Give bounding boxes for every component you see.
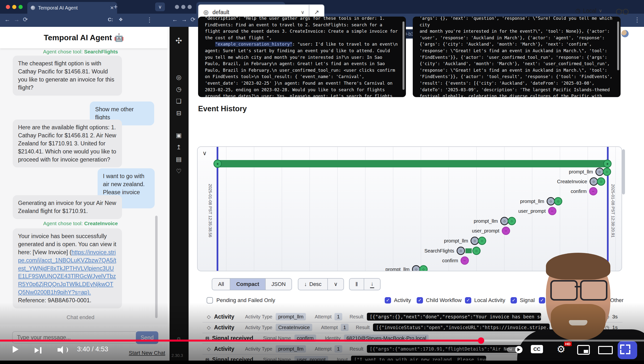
timeline-row-signal[interactable]: user_prompt•• bbox=[472, 227, 510, 235]
profile-avatar[interactable] bbox=[621, 30, 629, 37]
temporal-logo-icon[interactable]: ✣ bbox=[170, 36, 188, 46]
view-json-tab[interactable]: JSON bbox=[266, 278, 292, 290]
favicon bbox=[31, 6, 35, 10]
labs-icon[interactable]: ▤ bbox=[170, 156, 188, 163]
workflow-execution-bar[interactable] bbox=[218, 160, 608, 167]
chat-header: Temporal AI Agent 🤖 bbox=[0, 27, 168, 48]
left-tabbar: Temporal AI Agent × + ∨ bbox=[0, 0, 168, 14]
extension-c-icon[interactable]: C: bbox=[108, 17, 113, 22]
progress-playhead[interactable] bbox=[478, 338, 484, 344]
zoom-window-button[interactable] bbox=[18, 5, 23, 9]
forward-icon[interactable]: → bbox=[14, 16, 20, 22]
next-button[interactable] bbox=[35, 347, 43, 354]
activity-scheduled-marker: ◇ bbox=[500, 217, 508, 225]
timeline-row-activity[interactable]: prompt_llm◇◇ bbox=[386, 265, 428, 271]
back-icon[interactable]: ← bbox=[172, 16, 178, 22]
schedules-icon[interactable]: ◷ bbox=[170, 86, 188, 93]
activity-completed-marker: ◇ bbox=[472, 247, 480, 255]
clock-icon: ◷ bbox=[576, 7, 580, 14]
activity-duration-bar bbox=[466, 248, 472, 253]
timezone-value: Local bbox=[583, 8, 596, 14]
input-json-panel[interactable]: "description": "Help the user gather arg… bbox=[198, 16, 406, 97]
fullscreen-button[interactable] bbox=[620, 344, 630, 354]
minimize-window-button[interactable] bbox=[181, 5, 186, 9]
theater-mode-button[interactable] bbox=[598, 346, 613, 354]
play-button[interactable] bbox=[13, 346, 18, 353]
timeline-row-activity[interactable]: prompt_llm◇◇ bbox=[569, 168, 611, 176]
webcam-glasses-right-lens bbox=[580, 280, 608, 300]
volume-icon[interactable] bbox=[58, 346, 68, 354]
activity-scheduled-marker: ◇ bbox=[547, 197, 555, 206]
namespaces-icon[interactable]: ◎ bbox=[170, 74, 188, 81]
timeline-row-activity[interactable]: prompt_llm◇◇ bbox=[520, 197, 562, 206]
invoice-link[interactable]: https://invoice.stripe.com/i/acct_1NBOLu… bbox=[18, 249, 116, 296]
timeline-row-activity[interactable]: prompt_llm◇◇ bbox=[474, 217, 516, 225]
page-scrollbar[interactable] bbox=[622, 149, 625, 194]
feedback-heart-icon[interactable]: ♡ bbox=[170, 168, 188, 175]
forward-icon[interactable]: → bbox=[181, 16, 187, 22]
signal-marker: •• bbox=[460, 256, 469, 265]
workflow-end-marker[interactable]: ◈ bbox=[603, 160, 612, 168]
workflow-start-marker[interactable]: ◈ bbox=[214, 160, 222, 168]
reload-icon[interactable]: ⟳ bbox=[190, 16, 196, 22]
sort-desc-button[interactable]: ↓Desc bbox=[298, 278, 327, 290]
timezone-select[interactable]: ◷ Local ∨ bbox=[576, 7, 602, 14]
activity-completed-marker: ◇ bbox=[603, 168, 611, 176]
result-json-panel[interactable]: 'args': {}, 'next': 'question', 'respons… bbox=[413, 16, 620, 97]
activity-scheduled-marker: ◇ bbox=[457, 247, 465, 255]
sort-options-chevron[interactable]: ∨ bbox=[328, 278, 344, 290]
code-scrollbar[interactable] bbox=[617, 22, 619, 70]
reader-glasses-icon[interactable] bbox=[616, 8, 628, 14]
activity-completed-marker: ◇ bbox=[554, 197, 562, 206]
webcam-glasses-bridge bbox=[575, 286, 580, 288]
code-highlight-token: "example_conversation_history" bbox=[215, 42, 292, 46]
reload-icon[interactable]: ⟳ bbox=[23, 16, 28, 22]
webcam-glasses-left-lens bbox=[550, 280, 578, 300]
screen: Temporal AI Agent × + ∨ ← → ⟳ ⓘ localhos… bbox=[0, 0, 644, 364]
tool-label-createinvoice: Agent chose tool: CreateInvoice bbox=[0, 220, 161, 226]
player-progress-bar[interactable] bbox=[0, 340, 644, 342]
minimize-window-button[interactable] bbox=[12, 5, 16, 9]
back-icon[interactable]: ← bbox=[4, 16, 10, 22]
bot-message: Here are the available flight options: 1… bbox=[13, 120, 122, 167]
pause-button[interactable]: ‖ bbox=[350, 278, 364, 290]
view-mode-switcher: All Compact JSON bbox=[212, 278, 292, 290]
timeline-row-activity[interactable]: CreateInvoice◇◇ bbox=[557, 177, 605, 186]
extensions-puzzle-icon[interactable]: ❖ bbox=[118, 17, 123, 22]
stack-icon[interactable]: ❏ bbox=[170, 98, 188, 105]
download-button[interactable]: ↓ bbox=[364, 278, 380, 290]
code-clipped-line: "description": "Help the user gather arg… bbox=[205, 16, 385, 21]
nexus-icon[interactable]: ▣ bbox=[170, 132, 188, 139]
code-scrollbar[interactable] bbox=[402, 22, 404, 90]
timeline-row-activity[interactable]: prompt_llm◇◇ bbox=[444, 237, 486, 245]
activity-scheduled-marker: ◇ bbox=[590, 177, 598, 186]
captions-button[interactable]: CC bbox=[531, 345, 543, 353]
tab-search-button[interactable]: ∨ bbox=[155, 2, 165, 11]
miniplayer-button[interactable] bbox=[577, 345, 590, 355]
new-tab-icon[interactable]: + bbox=[114, 4, 118, 10]
close-window-button[interactable] bbox=[6, 5, 10, 9]
browser-menu-icon[interactable]: ⋮ bbox=[146, 16, 153, 23]
view-compact-tab[interactable]: Compact bbox=[230, 278, 265, 290]
activity-completed-marker: ◇ bbox=[419, 265, 428, 271]
export-icon[interactable]: ↥ bbox=[170, 144, 188, 151]
browser-menu-icon[interactable]: ⋮ bbox=[634, 16, 640, 23]
timeline-row-signal[interactable]: confirm•• bbox=[570, 187, 598, 196]
collapse-chevron-icon[interactable]: ∨ bbox=[202, 150, 207, 157]
event-history-title: Event History bbox=[198, 104, 247, 113]
bot-message: Generating an invoice for your Air New Z… bbox=[13, 195, 122, 219]
code-text: : "user: I'd like to travel to an event\… bbox=[205, 42, 400, 97]
close-tab-icon[interactable]: × bbox=[110, 4, 114, 11]
view-all-tab[interactable]: All bbox=[212, 278, 230, 290]
chevron-down-icon: ∨ bbox=[301, 9, 304, 15]
archival-icon[interactable]: ⊟ bbox=[170, 110, 188, 116]
timeline-row-signal[interactable]: confirm•• bbox=[442, 256, 469, 265]
tab-temporal-ai-agent[interactable]: Temporal AI Agent × bbox=[27, 2, 117, 14]
chevron-down-icon: ∨ bbox=[599, 8, 602, 14]
close-window-button[interactable] bbox=[175, 5, 179, 9]
timeline-row-signal[interactable]: user_prompt•• bbox=[518, 207, 556, 215]
timeline-row-activity[interactable]: SearchFlights◇◇ bbox=[424, 247, 480, 255]
zoom-window-button[interactable] bbox=[188, 5, 192, 9]
autoplay-toggle[interactable] bbox=[507, 347, 522, 352]
player-controls: 3:40 / 4:53 CC ⚙ HD bbox=[0, 345, 644, 360]
